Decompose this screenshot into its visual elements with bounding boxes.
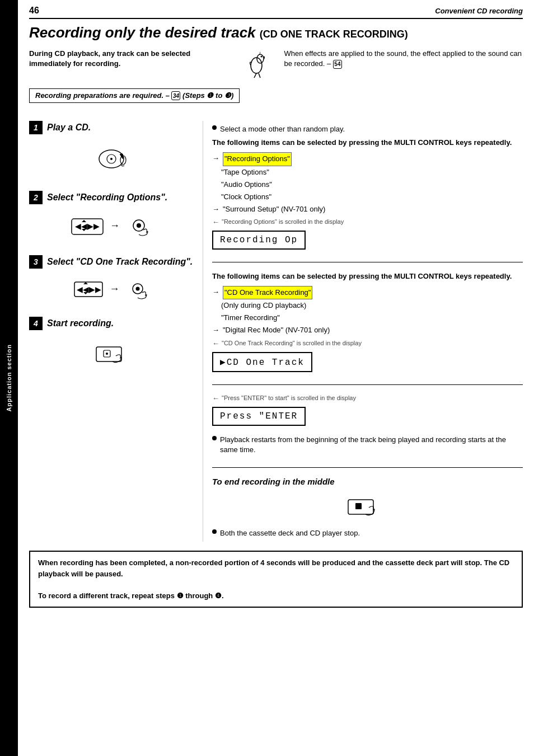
- step-3-diagram: ◀◀ ▶▶ →: [29, 274, 194, 303]
- svg-line-3: [259, 73, 260, 78]
- step-1-number: 1: [29, 121, 43, 134]
- playback-restart-text: Playback restarts from the beginning of …: [220, 435, 523, 455]
- prep-note-text: Recording preparations are required.: [35, 91, 163, 100]
- prep-ref: 34: [171, 91, 180, 100]
- title-text: Recording only the desired track: [29, 24, 256, 41]
- section-2-title: The following items can be selected by p…: [212, 271, 523, 281]
- record-icon-2: [125, 213, 152, 238]
- svg-text:▶▶: ▶▶: [89, 285, 101, 294]
- scroll-note-2: "CD One Track Recording" is scrolled in …: [212, 339, 523, 348]
- option-list-1: → "Recording Options" "Tape Options" "Au…: [212, 152, 523, 215]
- step-1-diagram: [29, 140, 194, 177]
- opt-3-text: "Audio Options": [221, 179, 272, 191]
- svg-rect-24: [96, 347, 121, 361]
- opt-4-text: "Clock Options": [221, 191, 271, 203]
- bullet-playback-restart: Playback restarts from the beginning of …: [212, 435, 523, 455]
- option-timer: "Timer Recording": [212, 312, 523, 324]
- step-4-header: 4 Start recording.: [29, 317, 194, 330]
- intro-section: During CD playback, any track can be sel…: [29, 49, 523, 79]
- step-2-number: 2: [29, 191, 43, 204]
- opt-2-text: "Tape Options": [221, 166, 269, 179]
- page-number: 46: [29, 6, 39, 16]
- step-4-number: 4: [29, 317, 43, 330]
- step-3: 3 Select "CD One Track Recording". ◀◀ ▶▶…: [29, 255, 194, 303]
- step-4-title: Start recording.: [47, 318, 114, 328]
- random-play-text: Select a mode other than random play.: [220, 124, 345, 134]
- opt-8-text: "Timer Recording": [221, 312, 280, 324]
- bullet-both-stop: Both the cassette deck and CD player sto…: [212, 528, 523, 538]
- svg-point-1: [257, 54, 264, 63]
- controls-icon-3: ◀◀ ▶▶: [73, 278, 104, 300]
- record-icon-3: [125, 278, 150, 300]
- bullet-dot-2: [212, 436, 217, 440]
- option-clock: "Clock Options": [212, 191, 523, 203]
- display-box-1: Recording Op: [212, 231, 306, 250]
- step-4-diagram: [29, 336, 194, 370]
- section-title: Convenient CD recording: [435, 7, 523, 15]
- step-2-diagram: ◀◀ ▶▶ →: [29, 210, 194, 242]
- svg-point-26: [106, 353, 108, 355]
- scroll-note-1-text: "Recording Options" is scrolled in the d…: [222, 218, 344, 225]
- right-section-1: Select a mode other than random play. Th…: [212, 124, 523, 262]
- svg-point-23: [135, 287, 139, 291]
- page-header: 46 Convenient CD recording: [29, 6, 523, 19]
- arrow-1: →: [110, 220, 120, 232]
- svg-text:▶▶: ▶▶: [87, 222, 100, 231]
- svg-point-4: [260, 55, 262, 57]
- prep-steps: (Steps ❶ to ❸): [182, 91, 233, 100]
- option-recording: → "Recording Options": [212, 152, 523, 166]
- step-3-number: 3: [29, 255, 43, 269]
- svg-point-16: [137, 223, 141, 228]
- option-audio: "Audio Options": [212, 179, 523, 191]
- svg-text:◀◀: ◀◀: [75, 222, 87, 231]
- option-digital: → "Digital Rec Mode" (NV-701 only): [212, 324, 523, 336]
- svg-text:♪: ♪: [259, 50, 261, 55]
- step-1-title: Play a CD.: [47, 123, 91, 133]
- title-subtitle: (CD ONE TRACK RECORDING): [260, 29, 408, 40]
- svg-point-8: [110, 158, 113, 160]
- svg-line-2: [254, 73, 256, 78]
- enter-icon: [93, 339, 130, 367]
- end-recording-title: To end recording in the middle: [212, 477, 523, 486]
- display-box-2: ▶CD One Track: [212, 352, 312, 372]
- bullet-dot-1: [212, 125, 217, 130]
- scroll-note-3: "Press "ENTER" to start" is scrolled in …: [212, 394, 523, 402]
- scroll-note-1: "Recording Options" is scrolled in the d…: [212, 218, 523, 226]
- step-3-title: Select "CD One Track Recording".: [47, 257, 193, 267]
- col-right: Select a mode other than random play. Th…: [203, 121, 523, 542]
- prep-note: Recording preparations are required. – 3…: [29, 88, 240, 104]
- step-3-header: 3 Select "CD One Track Recording".: [29, 255, 194, 269]
- sidebar: Application section: [0, 0, 18, 756]
- option-cd-one-track: → "CD One Track Recording": [212, 286, 523, 299]
- bottom-note-line2: To record a different track, repeat step…: [38, 590, 514, 602]
- step-2-title: Select "Recording Options".: [47, 192, 167, 203]
- arrow-opt-5: →: [212, 203, 219, 215]
- intro-right: When effects are applied to the sound, t…: [284, 49, 523, 69]
- bottom-note-line1: When recording has been completed, a non…: [38, 557, 514, 579]
- svg-point-0: [251, 58, 262, 73]
- section-1-title: The following items can be selected by p…: [212, 138, 523, 148]
- both-stop-text: Both the cassette deck and CD player sto…: [220, 528, 360, 538]
- step-2-header: 2 Select "Recording Options".: [29, 191, 194, 204]
- opt-9-text: "Digital Rec Mode" (NV-701 only): [223, 324, 330, 336]
- step-1: 1 Play a CD.: [29, 121, 194, 177]
- col-left: 1 Play a CD.: [29, 121, 203, 542]
- intro-icon: ♪: [239, 49, 273, 79]
- intro-right-text: When effects are applied to the sound, t…: [284, 49, 522, 68]
- step-4: 4 Start recording.: [29, 317, 194, 370]
- opt-6-text: "CD One Track Recording": [223, 286, 312, 299]
- bird-icon: ♪: [241, 49, 271, 79]
- intro-ref: 54: [333, 60, 342, 69]
- arrow-opt-9: →: [212, 324, 219, 336]
- option-surround: → "Surround Setup" (NV-701 only): [212, 203, 523, 215]
- bullet-random-play: Select a mode other than random play.: [212, 124, 523, 134]
- opt-7-text: (Only during CD playback): [221, 299, 306, 312]
- end-recording-section: To end recording in the middle Both the …: [212, 477, 523, 538]
- arrow-opt-1: →: [212, 152, 219, 165]
- right-section-3: "Press "ENTER" to start" is scrolled in …: [212, 394, 523, 468]
- controls-icon-2a: ◀◀ ▶▶: [71, 213, 104, 238]
- bullet-dot-3: [212, 529, 217, 534]
- scroll-note-2-text: "CD One Track Recording" is scrolled in …: [222, 340, 362, 346]
- opt-5-text: "Surround Setup" (NV-701 only): [223, 203, 325, 215]
- main-title: Recording only the desired track (CD ONE…: [29, 25, 523, 41]
